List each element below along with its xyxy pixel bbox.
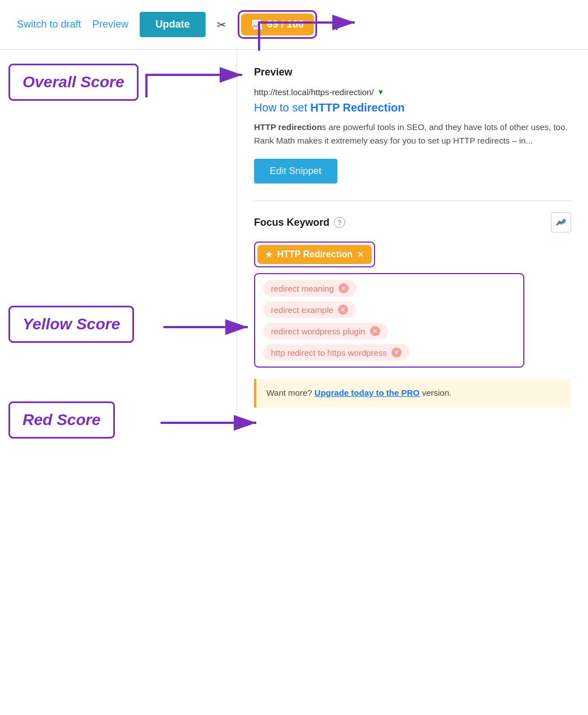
primary-keyword-tag: ★ HTTP Redirection ✕: [257, 245, 372, 264]
preview-description: HTTP redirections are powerful tools in …: [254, 120, 571, 148]
upgrade-text-before: Want more?: [266, 388, 314, 397]
overall-score-box: Overall Score: [8, 64, 139, 101]
section-divider: [254, 200, 571, 201]
focus-keyword-section: Focus Keyword ? ★ HTTP Redirection ✕: [254, 212, 571, 408]
toolbar-left: Switch to draft Preview Update ✂ 📈 69 / …: [17, 10, 343, 39]
trend-chart-icon: [555, 217, 567, 228]
help-icon[interactable]: ?: [334, 217, 345, 228]
left-panel: Overall Score Yellow Score: [0, 50, 237, 424]
keyword-close-1[interactable]: ✕: [338, 305, 348, 315]
focus-keyword-title-text: Focus Keyword: [254, 217, 329, 229]
preview-title-plain: How to set: [254, 101, 310, 114]
update-button[interactable]: Update: [140, 12, 206, 37]
focus-keyword-header: Focus Keyword ?: [254, 212, 571, 233]
upgrade-text-after: version.: [422, 388, 452, 397]
primary-keyword-text: HTTP Redirection: [277, 249, 353, 260]
menu-dots-icon[interactable]: ⋮: [331, 17, 343, 32]
overall-score-annotation: Overall Score: [8, 64, 139, 101]
keyword-tag-0: redirect meaning ✕: [263, 280, 357, 297]
arrow-yellow-to-tag: [163, 313, 253, 341]
main-content: Overall Score Yellow Score: [0, 50, 588, 424]
switch-to-draft-button[interactable]: Switch to draft: [17, 19, 81, 30]
score-value: 69 / 100: [267, 19, 304, 30]
red-score-label: Red Score: [23, 411, 101, 428]
url-text: http://test.local/https-redirection/: [254, 87, 374, 97]
keyword-tag-1: redirect example ✕: [263, 301, 356, 318]
primary-keyword-wrapper: ★ HTTP Redirection ✕: [254, 242, 375, 267]
url-dropdown-icon[interactable]: ▼: [377, 88, 385, 96]
preview-desc-bold: HTTP redirection: [254, 122, 322, 132]
keyword-close-3[interactable]: ✕: [391, 347, 402, 358]
score-chart-icon: 📈: [251, 19, 262, 30]
yellow-score-annotation: Yellow Score: [8, 306, 134, 343]
keyword-text-0: redirect meaning: [271, 284, 334, 293]
chart-icon-button[interactable]: [551, 212, 571, 233]
score-badge-outer[interactable]: 📈 69 / 100: [238, 10, 317, 39]
overall-score-label: Overall Score: [23, 73, 124, 91]
preview-url: http://test.local/https-redirection/ ▼: [254, 87, 571, 97]
score-badge-inner: 📈 69 / 100: [241, 14, 314, 35]
keyword-tag-2: redirect wordpress plugin ✕: [263, 323, 388, 339]
right-panel: Preview http://test.local/https-redirect…: [237, 50, 588, 424]
scissor-icon[interactable]: ✂: [217, 18, 226, 32]
upgrade-banner: Want more? Upgrade today to the PRO vers…: [254, 379, 571, 408]
edit-snippet-button[interactable]: Edit Snippet: [254, 159, 337, 184]
upgrade-link[interactable]: Upgrade today to the PRO: [314, 388, 420, 397]
arrow-overall-to-badge: [141, 69, 253, 114]
keyword-close-2[interactable]: ✕: [370, 326, 380, 336]
yellow-score-box: Yellow Score: [8, 306, 134, 343]
preview-section-title: Preview: [254, 66, 571, 78]
toolbar: Switch to draft Preview Update ✂ 📈 69 / …: [0, 0, 588, 50]
yellow-score-label: Yellow Score: [23, 315, 120, 333]
keyword-tag-3: http redirect to https wordpress ✕: [263, 344, 409, 361]
keyword-text-2: redirect wordpress plugin: [271, 327, 366, 336]
arrow-red-to-keywords: [161, 409, 262, 437]
preview-title: How to set HTTP Redirection: [254, 100, 571, 115]
red-score-box: Red Score: [8, 401, 115, 439]
keyword-text-1: redirect example: [271, 305, 333, 315]
star-icon: ★: [265, 250, 273, 259]
preview-button[interactable]: Preview: [92, 19, 128, 30]
preview-title-bold: HTTP Redirection: [310, 101, 404, 114]
keyword-close-0[interactable]: ✕: [338, 283, 349, 293]
red-score-annotation: Red Score: [8, 401, 115, 439]
secondary-keywords-box: redirect meaning ✕ redirect example ✕ re…: [254, 273, 524, 368]
preview-section: Preview http://test.local/https-redirect…: [254, 66, 571, 184]
focus-keyword-title-group: Focus Keyword ?: [254, 217, 345, 229]
keyword-text-3: http redirect to https wordpress: [271, 348, 387, 358]
primary-keyword-close[interactable]: ✕: [357, 250, 364, 259]
